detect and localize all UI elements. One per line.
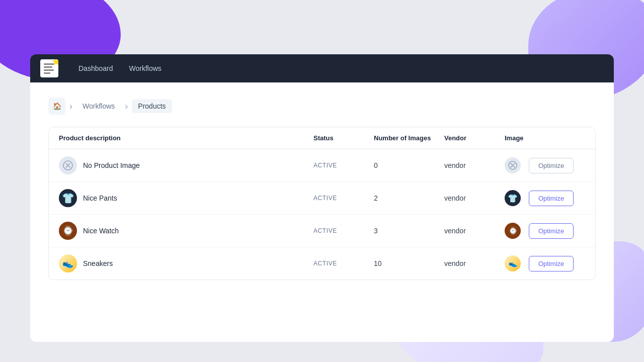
logo: ⭐ [40, 59, 58, 77]
home-icon: 🏠 [53, 102, 61, 110]
product-thumbnail: ⌚ [59, 222, 77, 240]
products-table: Product description Status Number of Ima… [48, 127, 596, 280]
logo-line [44, 69, 54, 71]
num-images: 0 [374, 161, 444, 169]
breadcrumb-item-products: Products [132, 99, 172, 113]
table-row: 👟 Sneakers ACTIVE 10 vendor 👟 Optimize [49, 247, 595, 280]
product-cell: 👟 Sneakers [59, 254, 313, 273]
product-name: Sneakers [83, 259, 113, 267]
col-number-of-images: Number of Images [374, 134, 444, 142]
product-name: No Product Image [83, 161, 140, 169]
col-product-description: Product description [59, 134, 313, 142]
optimize-button[interactable]: Optimize [529, 158, 574, 173]
vendor: vendor [444, 194, 505, 202]
table-header: Product description Status Number of Ima… [49, 127, 595, 149]
image-icon [508, 161, 517, 170]
product-thumbnail: 👕 [59, 189, 77, 207]
status-badge: ACTIVE [313, 195, 374, 202]
col-status: Status [313, 134, 374, 142]
logo-star-icon: ⭐ [52, 59, 58, 65]
vendor: vendor [444, 161, 505, 169]
no-image-icon [63, 160, 73, 170]
product-thumbnail [59, 156, 77, 174]
product-cell: No Product Image [59, 156, 313, 174]
table-row: ⌚ Nice Watch ACTIVE 3 vendor ⌚ Optimize [49, 215, 595, 247]
logo-line [44, 72, 50, 74]
vendor: vendor [444, 227, 505, 235]
product-thumbnail: 👟 [59, 254, 77, 273]
col-image: Image [505, 134, 585, 142]
nav-link-dashboard[interactable]: Dashboard [78, 64, 113, 72]
breadcrumb-home[interactable]: 🏠 [48, 98, 65, 115]
breadcrumb-item-workflows[interactable]: Workflows [76, 99, 121, 113]
optimize-button[interactable]: Optimize [529, 223, 574, 239]
optimize-button[interactable]: Optimize [529, 191, 574, 206]
image-preview: 👕 [505, 190, 521, 206]
status-badge: ACTIVE [313, 227, 374, 234]
image-preview: ⌚ [505, 223, 521, 239]
breadcrumb-separator-2: › [125, 101, 128, 112]
breadcrumb: 🏠 › Workflows › Products [48, 98, 596, 115]
table-row: 👕 Nice Pants ACTIVE 2 vendor 👕 Optimize [49, 182, 595, 215]
product-cell: ⌚ Nice Watch [59, 222, 313, 240]
col-vendor: Vendor [444, 134, 505, 142]
product-name: Nice Watch [83, 227, 119, 235]
breadcrumb-separator-1: › [69, 101, 72, 112]
num-images: 3 [374, 227, 444, 235]
optimize-button[interactable]: Optimize [529, 256, 574, 272]
content-area: 🏠 › Workflows › Products Product descrip… [30, 82, 614, 342]
table-row: No Product Image ACTIVE 0 vendor Optimiz… [49, 149, 595, 182]
logo-icon: ⭐ [40, 59, 58, 77]
image-preview: 👟 [505, 255, 521, 272]
navbar: ⭐ Dashboard Workflows [30, 54, 614, 82]
num-images: 2 [374, 194, 444, 202]
product-cell: 👕 Nice Pants [59, 189, 313, 207]
num-images: 10 [374, 259, 444, 267]
status-badge: ACTIVE [313, 162, 374, 169]
product-name: Nice Pants [83, 194, 117, 202]
image-preview [505, 157, 521, 173]
logo-line [44, 66, 52, 68]
status-badge: ACTIVE [313, 260, 374, 267]
nav-link-workflows[interactable]: Workflows [129, 64, 162, 72]
vendor: vendor [444, 259, 505, 267]
